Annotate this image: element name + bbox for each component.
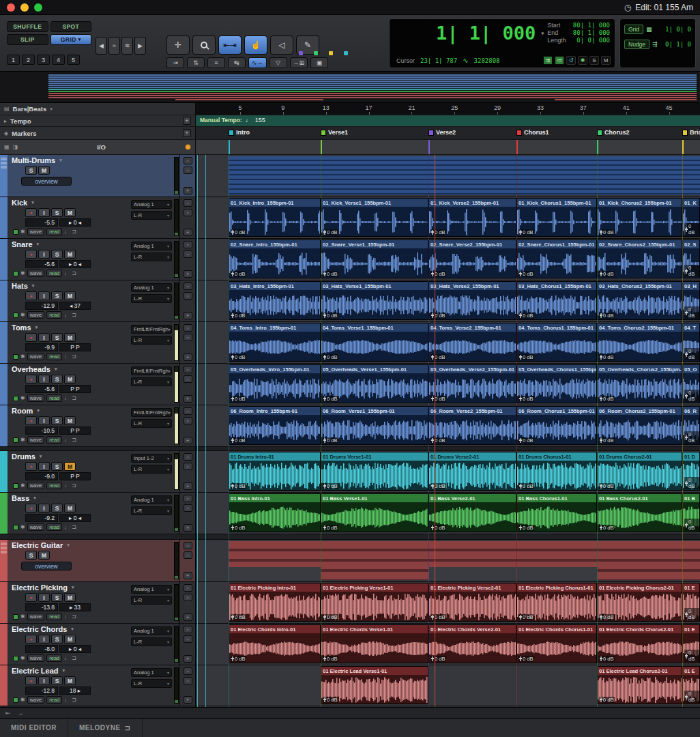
mute-button[interactable]: M — [64, 504, 76, 512]
track-minimize-button[interactable]: ▫ — [184, 167, 192, 174]
track-header-drums[interactable]: Drums▾●ISM-9.0P P✱waveread♩⊐Input 1-2▾L-… — [0, 451, 195, 493]
track-options-button[interactable]: ▫ — [184, 157, 192, 164]
track-name-caret-icon[interactable]: ▾ — [59, 158, 62, 163]
clip[interactable]: 04_Toms_Chorus2_155bpm-010 dB — [597, 323, 682, 362]
clip-gain[interactable]: 0 dB — [519, 313, 534, 319]
tempo-disclosure-icon[interactable]: ▸ — [4, 118, 7, 124]
nudge-icon[interactable]: ⇶ — [652, 41, 658, 48]
zoom-preset-3[interactable]: 3 — [37, 55, 50, 65]
solo-button[interactable]: S — [51, 333, 63, 342]
mute-button[interactable]: M — [64, 250, 76, 259]
add-track-button[interactable]: + — [184, 613, 192, 621]
track-view-selector[interactable]: wave — [27, 311, 45, 319]
timebase-led-icon[interactable] — [13, 354, 18, 360]
clip[interactable]: 02_Snare_Verse1_155bpm-010 dB — [321, 240, 428, 278]
solo-button[interactable]: S — [51, 250, 63, 259]
add-track-button[interactable]: + — [184, 312, 192, 319]
input-monitor-button[interactable]: I — [38, 333, 50, 342]
tempo-ruler-lane[interactable]: Manual Tempo: ♩ 155 — [196, 115, 700, 127]
add-track-button[interactable]: + — [184, 187, 192, 194]
pre-roll-button[interactable]: ⇉ — [543, 56, 553, 65]
clip[interactable]: 04_Toms_Intro_155bpm-010 dB — [229, 323, 321, 362]
clip-gain[interactable]: 0 dB — [519, 656, 534, 662]
clip[interactable]: 01 Electric Picking Chorus1-010 dB — [516, 583, 597, 622]
clip[interactable]: 01 Electric Picking Verse2-010 dB — [428, 583, 516, 622]
input-monitor-button[interactable]: I — [38, 462, 50, 471]
tempo-ruler-header[interactable]: ▸ Tempo + — [0, 115, 196, 127]
record-enable-button[interactable]: ● — [25, 593, 37, 602]
clip-gain[interactable]: 0 dB — [599, 313, 615, 319]
automation-mode-button[interactable]: read — [46, 394, 62, 402]
clip[interactable]: 01 Drums Chorus1-010 dB — [516, 452, 597, 491]
clip-gain[interactable]: 0 dB — [684, 477, 699, 489]
link-timeline-selection-button[interactable]: ⇅ — [187, 57, 205, 68]
volume-display[interactable]: -9.0 — [25, 472, 58, 480]
add-track-button[interactable]: + — [184, 696, 192, 704]
track-options-button[interactable]: ▫ — [184, 453, 192, 461]
clip-gain[interactable]: 0 dB — [431, 437, 446, 444]
track-name-caret-icon[interactable]: ▾ — [35, 325, 38, 330]
automation-mode-button[interactable]: read — [46, 353, 62, 360]
track-options-button[interactable]: ▫ — [184, 495, 192, 502]
clip-gain[interactable]: 0 dB — [431, 313, 446, 319]
clip-gain[interactable]: 0 dB — [323, 614, 338, 620]
add-track-button[interactable]: + — [184, 353, 192, 361]
playlist-icon[interactable]: ⊐ — [72, 270, 76, 276]
link-track-selection-button[interactable]: ≡ — [207, 57, 225, 68]
output-selector[interactable]: L-R▾ — [131, 506, 172, 515]
timebase-led-icon[interactable] — [13, 313, 18, 318]
grid-value[interactable]: 1| 0| 0 — [665, 26, 691, 33]
clip-gain[interactable]: 0 dB — [323, 354, 338, 360]
track-minimize-button[interactable]: ▫ — [184, 677, 192, 684]
clip[interactable]: 01 Bass Chorus2-010 dB — [597, 493, 682, 532]
clip-gain[interactable]: 0 dB — [519, 483, 534, 489]
clip-gain[interactable]: 0 dB — [684, 390, 699, 402]
output-selector[interactable]: L-R▾ — [131, 679, 172, 688]
volume-display[interactable]: -8.0 — [25, 645, 58, 653]
tab-to-transient-button[interactable]: ⇥ — [166, 57, 184, 68]
track-minimize-button[interactable]: ▫ — [184, 463, 192, 470]
bars-ruler-lane[interactable]: 59131721252933374145 — [196, 103, 700, 115]
add-track-button[interactable]: + — [184, 395, 192, 403]
track-view-selector[interactable]: wave — [27, 613, 45, 620]
timebase-led-icon[interactable] — [13, 437, 18, 443]
clip[interactable]: 01 Bass Verse2-010 dB — [428, 493, 516, 532]
volume-display[interactable]: -10.5 — [25, 427, 58, 435]
markers-ruler-header[interactable]: ◈ Markers + — [0, 127, 196, 140]
zoom-preset-4[interactable]: 4 — [52, 55, 65, 65]
audio-zoom-button[interactable]: ≈ — [108, 37, 120, 55]
output-selector[interactable]: L-R▾ — [131, 596, 172, 605]
add-track-button[interactable]: + — [184, 655, 192, 663]
playlist-icon[interactable]: ⊐ — [72, 437, 76, 443]
add-track-button[interactable]: + — [184, 229, 192, 236]
automation-mode-button[interactable]: read — [46, 436, 62, 444]
clip-gain[interactable]: 0 dB — [323, 229, 338, 235]
clip-gain[interactable]: 0 dB — [519, 614, 534, 620]
track-options-button[interactable]: ▫ — [184, 584, 192, 592]
clip-gain[interactable]: 0 dB — [519, 525, 534, 531]
marker-verse2[interactable]: Verse2 — [428, 129, 456, 136]
bars-ruler-header[interactable]: ▤ Bars|Beats ▾ — [0, 103, 196, 115]
mute-button[interactable]: M — [64, 291, 76, 300]
record-enable-button[interactable]: ● — [25, 333, 37, 342]
clip-gain[interactable]: 0 dB — [231, 313, 246, 319]
automation-mode-button[interactable]: read — [46, 228, 62, 235]
automation-mode-button[interactable]: read — [46, 270, 62, 277]
timebase-led-icon[interactable] — [13, 271, 18, 276]
clip-gain[interactable]: 0 dB — [599, 229, 615, 235]
length-value[interactable]: 0| 0| 000 — [573, 37, 610, 44]
clip[interactable]: 04_T0 dB — [682, 323, 700, 362]
clip[interactable]: 01 B0 dB — [682, 493, 700, 532]
clip[interactable]: 05_Overheads_Chorus1_155bpm-010 dB — [516, 364, 597, 403]
clip-gain[interactable]: 0 dB — [431, 229, 446, 235]
add-track-button[interactable]: + — [184, 482, 192, 490]
clip[interactable]: 06_Room_Intro_155bpm-010 dB — [229, 406, 321, 445]
edit-mode-grid[interactable]: GRID▾ — [50, 34, 92, 45]
markers-icon[interactable]: ◈ — [4, 130, 8, 136]
output-selector[interactable]: L-R▾ — [131, 637, 172, 646]
track-view-selector[interactable]: wave — [27, 482, 45, 489]
playlist-icon[interactable]: ⊐ — [72, 697, 76, 703]
tick-timebase-icon[interactable]: ♩ — [64, 312, 70, 318]
marker-intro[interactable]: Intro — [229, 129, 250, 136]
clip-gain[interactable]: 0 dB — [684, 306, 699, 319]
